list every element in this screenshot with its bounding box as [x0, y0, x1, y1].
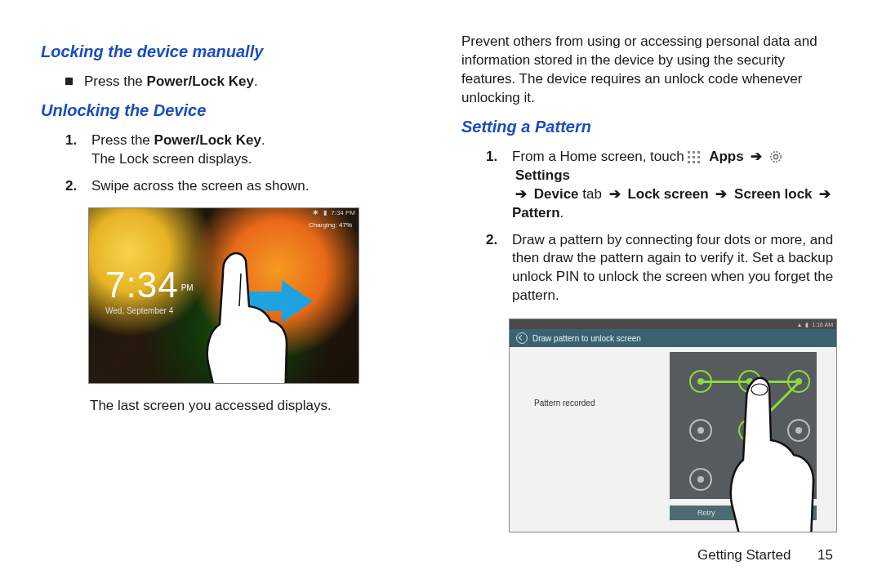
step-number: 2. — [65, 177, 83, 196]
pattern-header: Draw pattern to unlock screen — [510, 329, 836, 347]
text-fragment: . — [261, 132, 265, 148]
pattern-steps: 1. From a Home screen, touch Apps ➔ — [486, 148, 841, 306]
lockscreen-clock: 7:34PM Wed, September 4 — [105, 261, 194, 317]
step-number: 2. — [486, 231, 504, 306]
heading-locking-manually: Locking the device manually — [41, 41, 421, 63]
step-number: 1. — [65, 131, 83, 169]
step-text: Press the Power/Lock Key. The Lock scree… — [91, 131, 265, 169]
intro-paragraph: Prevent others from using or accessing p… — [461, 33, 841, 108]
svg-point-1 — [771, 152, 781, 162]
battery-icon: ▮ — [805, 321, 808, 328]
bullet-press-power: Press the Power/Lock Key. — [65, 73, 421, 91]
step-text: Swipe across the screen as shown. — [91, 177, 309, 196]
step-text: Draw a pattern by connecting four dots o… — [512, 231, 841, 306]
pattern-dot — [689, 370, 712, 393]
hand-illustration — [195, 249, 310, 384]
bluetooth-icon: ✱ — [313, 209, 318, 216]
text-bold: Device — [534, 186, 579, 202]
pattern-recorded-label: Pattern recorded — [534, 398, 595, 409]
apps-grid-icon — [688, 151, 700, 163]
step-text: From a Home screen, touch Apps ➔ — [512, 148, 841, 223]
svg-point-2 — [774, 155, 778, 159]
text-bold: Lock screen — [627, 186, 708, 202]
left-column: Locking the device manually Press the Po… — [41, 33, 421, 539]
heading-unlocking-device: Unlocking the Device — [41, 100, 421, 122]
bullet-text: Press the Power/Lock Key. — [84, 73, 258, 91]
apps-label: Apps — [709, 149, 744, 164]
figure-lock-screen-swipe: ✱ ▮ 7:34 PM Charging: 47% 7:34PM Wed, Se… — [88, 207, 359, 384]
hand-illustration — [719, 376, 837, 532]
arrow-icon: ➔ — [512, 186, 530, 202]
arrow-icon: ➔ — [606, 186, 624, 202]
text-bold: Pattern — [512, 205, 560, 220]
square-bullet-icon — [65, 78, 73, 85]
text-bold: Screen lock — [734, 186, 812, 202]
arrow-icon: ➔ — [816, 186, 834, 202]
list-item: 2. Draw a pattern by connecting four dot… — [486, 231, 841, 306]
back-icon — [516, 332, 528, 344]
text-fragment: . — [254, 74, 258, 89]
status-time: 1:16 AM — [812, 321, 833, 328]
footer-section: Getting Started — [697, 547, 791, 563]
pattern-dot — [689, 468, 712, 491]
arrow-icon: ➔ — [747, 149, 765, 164]
text-fragment: tab — [579, 186, 606, 202]
text-fragment: Press the — [91, 132, 154, 148]
status-time: 7:34 PM — [331, 209, 355, 216]
status-bar: ✱ ▮ 7:34 PM — [310, 208, 359, 221]
battery-icon: ▮ — [323, 209, 327, 216]
text-fragment: Press the — [84, 74, 147, 89]
arrow-icon: ➔ — [712, 186, 730, 202]
list-item: 1. From a Home screen, touch Apps ➔ — [486, 148, 841, 223]
text-fragment: . — [560, 205, 564, 220]
text-line: The Lock screen displays. — [91, 151, 252, 167]
text-bold: Power/Lock Key — [154, 132, 261, 148]
status-bar: ▲ ▮ 1:16 AM — [510, 319, 836, 329]
list-item: 1. Press the Power/Lock Key. The Lock sc… — [65, 131, 421, 169]
list-item: 2. Swipe across the screen as shown. — [65, 177, 421, 196]
wifi-icon: ▲ — [796, 321, 802, 328]
clock-ampm: PM — [181, 283, 194, 292]
clock-time: 7:34 — [105, 265, 179, 305]
text-bold: Power/Lock Key — [147, 74, 254, 89]
text-fragment: From a Home screen, touch — [512, 149, 688, 164]
heading-setting-pattern: Setting a Pattern — [461, 116, 841, 138]
footer-page-number: 15 — [817, 547, 833, 563]
header-title: Draw pattern to unlock screen — [532, 333, 641, 345]
figure-pattern-screen: ▲ ▮ 1:16 AM Draw pattern to unlock scree… — [509, 318, 837, 532]
right-column: Prevent others from using or accessing p… — [461, 33, 841, 539]
unlock-steps: 1. Press the Power/Lock Key. The Lock sc… — [65, 131, 421, 196]
gear-icon — [769, 150, 782, 163]
charging-text: Charging: 47% — [309, 221, 352, 230]
page-footer: Getting Started 15 — [697, 546, 833, 565]
pattern-dot — [689, 419, 712, 442]
after-figure-text: The last screen you accessed displays. — [90, 397, 421, 416]
step-number: 1. — [486, 148, 504, 223]
page-columns: Locking the device manually Press the Po… — [41, 33, 841, 539]
settings-label: Settings — [515, 167, 570, 183]
